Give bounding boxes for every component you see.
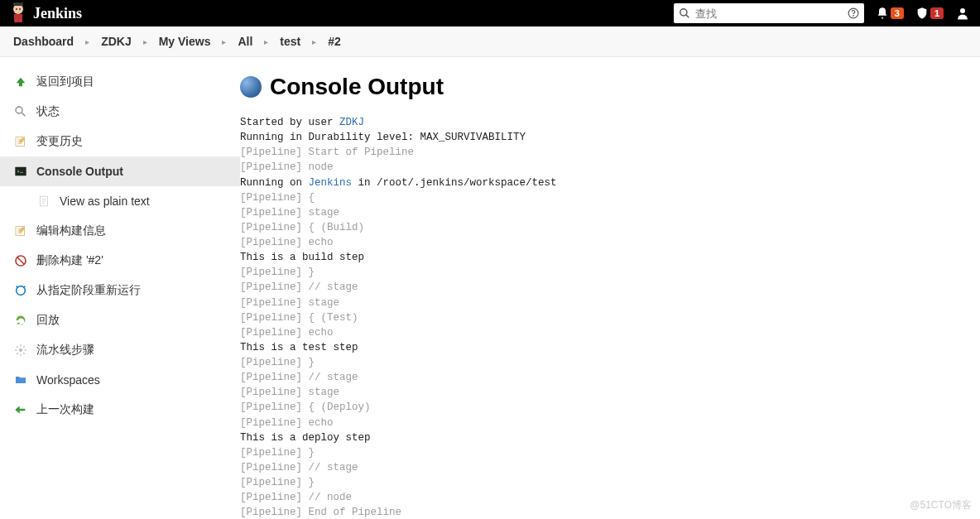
jenkins-logo[interactable]: Jenkins — [10, 2, 82, 24]
svg-rect-13 — [15, 167, 26, 176]
sidebar-item-label: 状态 — [36, 104, 60, 119]
page-title-row: Console Output — [240, 74, 972, 100]
sidebar-item-plain-text[interactable]: View as plain text — [0, 186, 240, 216]
sidebar-item-back[interactable]: 返回到项目 — [0, 67, 240, 97]
brand-text: Jenkins — [33, 5, 82, 22]
chevron-right-icon: ▸ — [85, 37, 89, 46]
breadcrumb-item[interactable]: My Views — [159, 35, 211, 48]
notifications-button[interactable]: 3 — [876, 7, 904, 20]
bell-badge: 3 — [891, 7, 904, 19]
notepad-icon — [13, 134, 28, 149]
user-icon[interactable] — [955, 6, 970, 21]
terminal-icon — [13, 164, 28, 179]
sidebar-item-label: Console Output — [36, 165, 123, 178]
svg-point-3 — [16, 8, 17, 10]
sidebar-item-delete-build[interactable]: 删除构建 '#2' — [0, 246, 240, 276]
document-icon — [36, 194, 51, 209]
sidebar-item-label: 变更历史 — [36, 134, 83, 149]
magnifier-icon — [13, 104, 28, 119]
shield-badge: 1 — [930, 7, 944, 19]
topbar-icons: 3 1 — [876, 6, 970, 21]
sidebar-item-label: 编辑构建信息 — [36, 223, 106, 238]
sidebar-item-label: 上一次构建 — [36, 402, 94, 417]
sidebar-item-label: 从指定阶段重新运行 — [36, 283, 141, 298]
svg-point-10 — [16, 107, 22, 113]
left-arrow-icon — [13, 402, 28, 417]
sidebar-item-label: View as plain text — [60, 195, 150, 208]
sidebar-item-replay[interactable]: 回放 — [0, 305, 240, 335]
chevron-right-icon: ▸ — [143, 37, 147, 46]
sidebar-item-status[interactable]: 状态 — [0, 97, 240, 127]
svg-point-19 — [19, 348, 22, 352]
svg-line-11 — [22, 113, 25, 116]
chevron-right-icon: ▸ — [222, 37, 226, 46]
sidebar-item-label: 删除构建 '#2' — [36, 253, 103, 268]
jenkins-logo-icon — [10, 2, 26, 24]
svg-rect-1 — [13, 2, 23, 6]
svg-point-9 — [960, 8, 965, 13]
main-content: Console Output Started by user ZDKJRunni… — [240, 57, 980, 519]
console-output: Started by user ZDKJRunning in Durabilit… — [240, 115, 972, 519]
bell-icon — [876, 7, 889, 20]
search-box[interactable] — [674, 3, 864, 23]
svg-line-6 — [686, 15, 689, 18]
chevron-right-icon: ▸ — [312, 37, 316, 46]
sidebar-item-restart-stage[interactable]: 从指定阶段重新运行 — [0, 276, 240, 305]
breadcrumb-item[interactable]: All — [238, 35, 252, 48]
watermark: @51CTO博客 — [910, 498, 972, 512]
svg-rect-2 — [14, 14, 22, 22]
status-orb-icon — [240, 76, 262, 98]
notepad-icon — [13, 223, 28, 238]
sidebar: 返回到项目 状态 变更历史 Console Output View as pla… — [0, 57, 240, 519]
sidebar-item-edit-build[interactable]: 编辑构建信息 — [0, 216, 240, 246]
breadcrumb-item[interactable]: ZDKJ — [101, 35, 132, 48]
sidebar-item-label: 返回到项目 — [36, 74, 94, 89]
sidebar-item-label: Workspaces — [36, 373, 100, 387]
sidebar-item-label: 回放 — [36, 313, 60, 328]
up-arrow-icon — [13, 74, 28, 89]
restart-icon — [13, 283, 28, 298]
shield-icon — [915, 7, 929, 20]
svg-point-4 — [19, 8, 21, 10]
folder-icon — [13, 372, 28, 387]
breadcrumb-item[interactable]: test — [280, 35, 300, 48]
security-button[interactable]: 1 — [915, 7, 944, 20]
chevron-right-icon: ▸ — [264, 37, 268, 46]
search-input[interactable] — [695, 7, 843, 20]
sidebar-item-changes[interactable]: 变更历史 — [0, 127, 240, 156]
top-bar: Jenkins 3 1 — [0, 0, 980, 26]
svg-point-5 — [680, 9, 687, 16]
sidebar-item-console-output[interactable]: Console Output — [0, 156, 240, 186]
help-icon[interactable] — [848, 7, 859, 19]
sidebar-item-label: 流水线步骤 — [36, 343, 94, 358]
delete-icon — [13, 253, 28, 268]
sidebar-item-pipeline-steps[interactable]: 流水线步骤 — [0, 335, 240, 365]
sidebar-item-workspaces[interactable]: Workspaces — [0, 365, 240, 395]
gear-icon — [13, 343, 28, 358]
svg-line-17 — [17, 257, 24, 264]
search-icon — [679, 7, 690, 19]
page-title: Console Output — [270, 74, 444, 100]
replay-icon — [13, 313, 28, 328]
breadcrumb-item[interactable]: Dashboard — [13, 35, 74, 48]
breadcrumb: Dashboard▸ ZDKJ▸ My Views▸ All▸ test▸ #2 — [0, 26, 980, 57]
svg-point-8 — [853, 16, 853, 17]
breadcrumb-item[interactable]: #2 — [328, 35, 341, 48]
sidebar-item-prev-build[interactable]: 上一次构建 — [0, 395, 240, 425]
